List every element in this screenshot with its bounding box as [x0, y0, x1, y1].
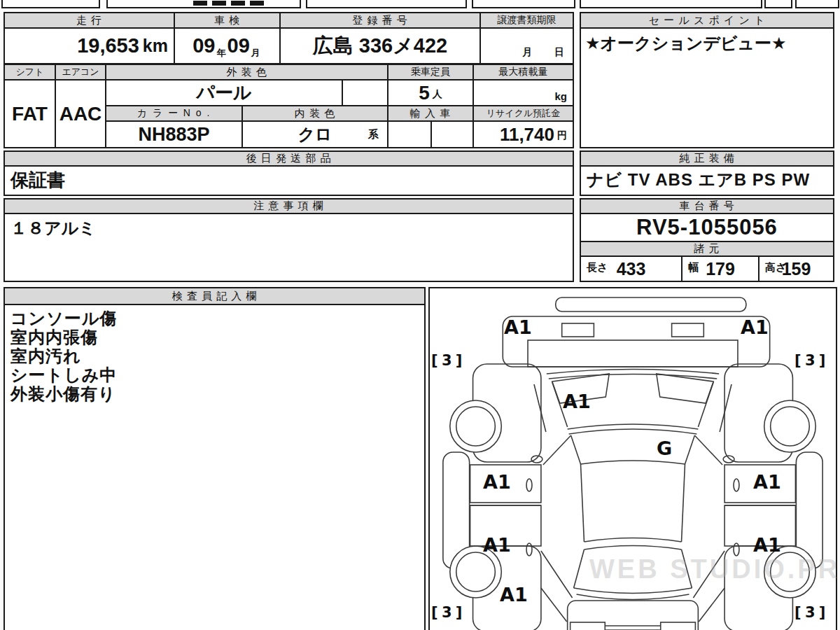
- damage-marker-front-door-left: A1: [483, 472, 511, 491]
- damage-marker-tire-rear-left: [ 3 ]: [431, 606, 461, 620]
- shaken-header: 車 検: [174, 12, 281, 29]
- later-parts-header: 後 日 発 送 部 品: [4, 150, 574, 167]
- max-load-header: 最大積載量: [472, 64, 574, 80]
- interior-color-value: クロ: [298, 123, 332, 146]
- exterior-color-header-label: 外 装 色: [226, 66, 267, 79]
- mileage-header-label: 走 行: [76, 14, 102, 27]
- notes-header-label: 注 意 事 項 欄: [253, 200, 324, 213]
- recycle-deposit-header: リサイクル預託金: [472, 105, 574, 122]
- height-label: 高さ: [765, 261, 786, 274]
- chassis-header-label: 車 台 番 号: [679, 200, 735, 213]
- inspector-note: シートしみ中: [10, 365, 424, 384]
- top-strip-cell: [106, 0, 301, 8]
- shift-value-cell: FAT: [4, 79, 56, 148]
- damage-marker-front-bumper-right: A1: [741, 318, 769, 337]
- genuine-equipment-header-label: 純 正 装 備: [679, 152, 735, 165]
- notes-value-cell: １８アルミ: [4, 213, 574, 282]
- recycle-deposit-header-label: リサイクル預託金: [486, 107, 561, 120]
- transfer-docs-value-cell: 月 日: [479, 27, 574, 64]
- top-strip-cell: [795, 0, 839, 8]
- width-cell: 幅 179: [681, 255, 760, 282]
- inspector-note: 室内内張傷: [10, 328, 424, 346]
- damage-marker-hood: A1: [563, 392, 591, 411]
- sales-point-header-label: セ ー ル ス ポ イ ン ト: [649, 14, 766, 27]
- shift-value: FAT: [12, 103, 48, 125]
- mileage-value-cell: 19,653 km: [4, 27, 175, 64]
- aircon-value: AAC: [59, 103, 102, 125]
- transfer-month-suffix: 月: [522, 46, 532, 59]
- damage-marker-tire-front-left: [ 3 ]: [431, 354, 461, 368]
- inspector-note: 室内汚れ: [10, 346, 424, 365]
- color-no-header-label: カ ラ ー N o .: [137, 107, 211, 120]
- exterior-color-header: 外 装 色: [105, 64, 388, 80]
- watermark: WEB STUDIO.PRO: [589, 554, 840, 584]
- aircon-header: エアコン: [55, 64, 106, 80]
- shaken-year: 09: [192, 34, 215, 57]
- sales-point-header: セ ー ル ス ポ イ ン ト: [580, 12, 834, 29]
- length-label: 長さ: [587, 261, 608, 274]
- capacity-value-cell: 5 人: [387, 79, 474, 106]
- damage-marker-tire-rear-right: [ 3 ]: [794, 606, 825, 620]
- color-no-value-cell: NH883P: [105, 120, 243, 148]
- mileage-unit: km: [143, 36, 168, 56]
- sales-point-value-cell: ★オークションデビュー★: [580, 27, 834, 148]
- clipped-text-fragment: [193, 1, 266, 6]
- damage-marker-rear-door-left: A1: [483, 536, 511, 554]
- registration-header-label: 登 録 番 号: [352, 14, 408, 27]
- notes-value: １８アルミ: [10, 217, 96, 239]
- inspector-header-label: 検 査 員 記 入 欄: [172, 290, 258, 303]
- inspector-note: コンソール傷: [10, 309, 424, 328]
- damage-marker-tire-front-right: [ 3 ]: [794, 354, 825, 368]
- top-strip-cell: [306, 0, 467, 8]
- max-load-unit: kg: [554, 90, 567, 102]
- interior-color-header-label: 内 装 色: [295, 107, 335, 120]
- genuine-equipment-header: 純 正 装 備: [580, 150, 834, 167]
- interior-color-suffix: 系: [368, 128, 379, 141]
- chassis-value-cell: RV5-1055056: [580, 213, 834, 242]
- chassis-value: RV5-1055056: [636, 215, 778, 240]
- sales-point-value: ★オークションデビュー★: [585, 34, 787, 52]
- length-cell: 長さ 433: [580, 255, 682, 282]
- shaken-header-label: 車 検: [214, 14, 240, 27]
- aircon-value-cell: AAC: [55, 79, 106, 148]
- shift-header: シフト: [4, 64, 56, 80]
- notes-header: 注 意 事 項 欄: [4, 198, 574, 214]
- genuine-equipment-value: ナビ TV ABS エアB PS PW: [587, 169, 810, 191]
- exterior-color-extra-cell: [342, 79, 388, 106]
- exterior-color-value-cell: パール: [105, 79, 343, 106]
- height-cell: 高さ 159: [758, 255, 834, 282]
- capacity-header: 乗車定員: [387, 64, 474, 80]
- chassis-header: 車 台 番 号: [580, 198, 834, 214]
- import-car-header-label: 輸 入 車: [410, 107, 451, 120]
- genuine-equipment-value-cell: ナビ TV ABS エアB PS PW: [580, 165, 834, 196]
- import-car-header: 輸 入 車: [387, 105, 474, 122]
- shaken-value-cell: 09 年 09 月: [174, 27, 281, 64]
- damage-marker-front-bumper-left: A1: [504, 318, 532, 337]
- transfer-docs-header: 譲渡書類期限: [479, 12, 574, 29]
- damage-marker-rear-door-right: A1: [753, 536, 781, 554]
- length-value: 433: [617, 259, 646, 279]
- recycle-deposit-value: 11,740: [500, 124, 554, 146]
- transfer-day-suffix: 日: [554, 46, 564, 59]
- shaken-month-suffix: 月: [251, 47, 260, 63]
- damage-marker-front-door-right: A1: [753, 472, 781, 491]
- interior-color-value-cell: クロ 系: [241, 120, 388, 148]
- interior-color-header: 内 装 色: [241, 105, 388, 122]
- shaken-year-suffix: 年: [217, 47, 226, 63]
- capacity-unit: 人: [433, 88, 442, 105]
- damage-marker-rear-quarter-left: A1: [500, 585, 528, 604]
- damage-marker-windshield: G: [657, 439, 672, 458]
- width-label: 幅: [688, 261, 699, 274]
- top-strip-cell: [580, 0, 762, 8]
- registration-value-cell: 広島 336メ422: [279, 27, 481, 64]
- aircon-header-label: エアコン: [62, 66, 99, 78]
- dimensions-header-label: 諸 元: [694, 242, 720, 255]
- capacity-header-label: 乗車定員: [411, 66, 450, 78]
- max-load-header-label: 最大積載量: [499, 66, 548, 78]
- auction-sheet: 走 行 車 検 登 録 番 号 譲渡書類期限 セ ー ル ス ポ イ ン ト 1…: [0, 0, 840, 630]
- inspector-note: 外装小傷有り: [10, 384, 424, 403]
- top-strip-cell: [764, 0, 792, 8]
- width-value: 179: [706, 259, 735, 279]
- inspector-header: 検 査 員 記 入 欄: [4, 287, 426, 305]
- recycle-deposit-unit: 円: [557, 130, 567, 147]
